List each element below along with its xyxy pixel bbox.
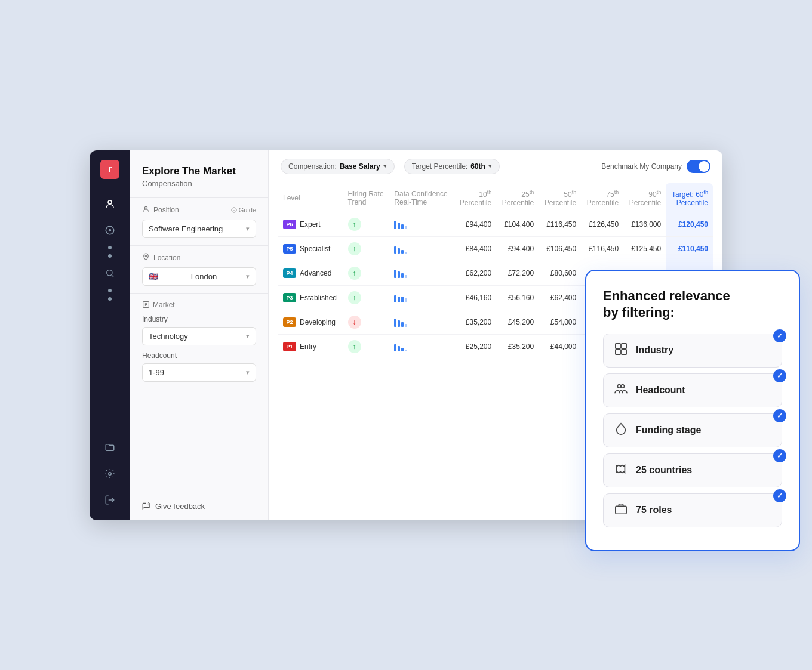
cell-target: £120,450 [666,212,713,236]
left-panel-header: Explore The Market Compensation [130,150,268,197]
svg-rect-10 [616,344,620,348]
roles-filter-icon [614,502,628,518]
sidebar-icon-folders[interactable] [99,437,121,458]
overlay-title: Enhanced relevanceby filtering: [603,288,782,322]
col-p90: 90thPercentile [623,183,666,212]
sidebar-dot-3 [108,289,112,292]
filter-list: Industry ✓ Headcount ✓ Funding stage ✓ 2… [603,334,782,527]
countries-filter[interactable]: 25 countries ✓ [603,453,782,487]
check-badge: ✓ [773,409,786,422]
level-badge: P1 [283,342,296,351]
benchmark-toggle: Benchmark My Company [601,160,710,173]
cell-p50: £44,000 [539,334,581,359]
location-icon [142,253,150,263]
svg-rect-11 [622,344,626,348]
funding-filter[interactable]: Funding stage ✓ [603,413,782,447]
sidebar-icon-settings[interactable] [99,463,121,484]
sidebar-icon-person[interactable] [99,193,121,215]
chevron-down-icon: ▾ [383,162,387,170]
toggle-knob [699,161,709,172]
col-p25: 25thPercentile [496,183,539,212]
top-bar: Compensation: Base Salary ▾ Target Perce… [269,150,722,183]
sidebar-dot-2 [108,254,112,258]
cell-level: P4 Advanced [278,261,343,285]
check-badge: ✓ [773,369,786,382]
industry-dropdown[interactable]: Technology ▾ [142,327,256,345]
give-feedback-button[interactable]: Give feedback [130,492,268,520]
svg-point-2 [109,229,111,231]
market-label: Market [142,301,256,309]
cell-data-confidence [389,236,454,261]
svg-point-0 [108,200,112,204]
compensation-value: Base Salary [340,162,380,171]
headcount-dropdown[interactable]: 1-99 ▾ [142,363,256,382]
cell-p90: £125,450 [623,236,666,261]
overlay-panel: Enhanced relevanceby filtering: Industry… [585,270,800,551]
chevron-down-icon: ▾ [488,162,492,170]
headcount-filter[interactable]: Headcount ✓ [603,373,782,407]
table-row: P5 Specialist ↑ £84,400 £94,400 £106,450… [278,236,713,261]
table-row: P6 Expert ↑ £94,400 £104,400 £116,450 £1… [278,212,713,236]
cell-p10: £94,400 [454,212,496,236]
position-dropdown[interactable]: Software Engineering ▾ [142,220,256,238]
level-badge: P5 [283,244,296,254]
compensation-pill[interactable]: Compensation: Base Salary ▾ [281,159,395,174]
sidebar-icon-search[interactable] [99,263,121,284]
sidebar-dot-4 [108,297,112,301]
col-p10: 10thPercentile [454,183,496,212]
funding-filter-label: Funding stage [636,425,701,436]
app-window: r Explore The Market Co [90,150,722,520]
level-name: Entry [300,342,316,351]
col-target: Target: 60thPercentile [666,183,713,212]
industry-filter[interactable]: Industry ✓ [603,334,782,368]
bar-chart-icon [394,317,449,327]
cell-level: P3 Established [278,285,343,310]
app-logo[interactable]: r [100,160,119,179]
trend-icon: ↑ [348,291,361,304]
guide-link[interactable]: Guide [231,206,256,214]
sidebar-icon-logout[interactable] [99,489,121,511]
sidebar-icon-compass[interactable] [99,220,121,241]
cell-hiring-rate: ↑ [343,261,390,285]
trend-icon: ↑ [348,242,361,255]
flag-icon: 🇬🇧 [149,272,158,281]
location-label: Location [142,253,256,263]
roles-filter[interactable]: 75 roles ✓ [603,493,782,527]
cell-hiring-rate: ↑ [343,285,390,310]
cell-data-confidence [389,212,454,236]
cell-p50: £106,450 [539,236,581,261]
level-name: Advanced [300,269,331,277]
benchmark-switch[interactable] [687,160,710,173]
cell-hiring-rate: ↓ [343,310,390,334]
trend-icon: ↑ [348,218,361,231]
level-badge: P2 [283,317,296,327]
cell-hiring-rate: ↑ [343,236,390,261]
check-badge: ✓ [773,489,786,502]
sidebar-dot-1 [108,246,112,249]
countries-filter-label: 25 countries [636,465,692,476]
chevron-down-icon: ▾ [246,273,250,280]
cell-p50: £116,450 [539,212,581,236]
location-dropdown[interactable]: 🇬🇧 London ▾ [142,267,256,286]
sidebar-bottom [99,437,121,511]
check-badge: ✓ [773,329,786,342]
cell-p10: £25,200 [454,334,496,359]
target-label: Target Percentile: [412,162,467,171]
industry-filter-icon [614,342,628,359]
bar-chart-icon [394,220,449,229]
cell-data-confidence [389,285,454,310]
target-value: 60th [470,162,485,171]
trend-icon: ↑ [348,267,361,280]
target-pill[interactable]: Target Percentile: 60th ▾ [404,159,500,174]
trend-icon: ↑ [348,340,361,353]
cell-p25: £35,200 [496,334,539,359]
level-name: Established [300,294,337,302]
benchmark-label: Benchmark My Company [601,162,682,171]
cell-p25: £56,160 [496,285,539,310]
chevron-down-icon: ▾ [246,332,250,340]
industry-filter-label: Industry [636,345,673,356]
cell-p75: £126,450 [581,212,623,236]
cell-p10: £35,200 [454,310,496,334]
location-section: Location 🇬🇧 London ▾ [130,245,268,293]
headcount-filter-label: Headcount [636,385,685,396]
